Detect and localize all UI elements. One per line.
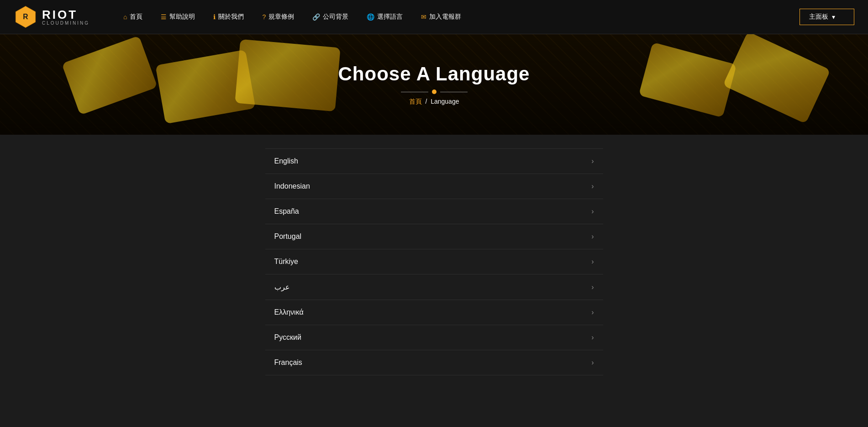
- nav-rules[interactable]: ? 規章條例: [253, 0, 303, 34]
- email-icon: ✉: [421, 13, 426, 21]
- brand-name: RIOT: [42, 9, 89, 21]
- divider-left: [401, 92, 428, 92]
- nav-language-label: 選擇語言: [377, 13, 403, 21]
- breadcrumb-home[interactable]: 首頁: [409, 98, 422, 105]
- nav-right: 主面板 ▾: [800, 9, 854, 25]
- about-icon: ℹ: [213, 13, 216, 21]
- nav-home[interactable]: ⌂ 首頁: [114, 0, 152, 34]
- language-label: English: [274, 157, 298, 165]
- nav-rules-label: 規章條例: [268, 13, 294, 21]
- nav-about[interactable]: ℹ 關於我們: [204, 0, 253, 34]
- language-label: Türkiye: [274, 258, 298, 266]
- language-label: Indonesian: [274, 182, 310, 190]
- logo[interactable]: R RIOT CLOUDMINING: [14, 5, 96, 29]
- language-item[interactable]: Portugal ›: [265, 224, 603, 249]
- nav-help-label: 幫助說明: [169, 13, 195, 21]
- home-icon: ⌂: [123, 13, 127, 21]
- nav-about-label: 關於我們: [218, 13, 244, 21]
- divider-right: [440, 92, 468, 92]
- language-label: Русский: [274, 333, 301, 342]
- hero-divider: [401, 90, 468, 94]
- chevron-right-icon: ›: [591, 283, 594, 291]
- svg-text:R: R: [23, 13, 28, 21]
- chevron-right-icon: ›: [591, 207, 594, 216]
- nav-language[interactable]: 🌐 選擇語言: [358, 0, 412, 34]
- language-label: عرب: [274, 283, 290, 291]
- breadcrumb-separator: /: [425, 98, 427, 105]
- language-item[interactable]: عرب ›: [265, 274, 603, 300]
- breadcrumb: 首頁 / Language: [409, 98, 459, 106]
- nav-items: ⌂ 首頁 ☰ 幫助說明 ℹ 關於我們 ? 規章條例 🔗 公司背景 🌐 選擇語言 …: [114, 0, 800, 34]
- navbar: R RIOT CLOUDMINING ⌂ 首頁 ☰ 幫助說明 ℹ 關於我們 ? …: [0, 0, 868, 34]
- language-list: English › Indonesian › España › Portugal…: [265, 148, 603, 413]
- language-label: Français: [274, 358, 302, 367]
- chevron-right-icon: ›: [591, 358, 594, 367]
- nav-email[interactable]: ✉ 加入電報群: [412, 0, 470, 34]
- language-icon: 🌐: [367, 13, 374, 21]
- nav-help[interactable]: ☰ 幫助說明: [152, 0, 204, 34]
- language-item[interactable]: Русский ›: [265, 325, 603, 350]
- chevron-right-icon: ›: [591, 333, 594, 342]
- chevron-right-icon: ›: [591, 258, 594, 266]
- main-content: English › Indonesian › España › Portugal…: [0, 135, 868, 427]
- hero-content: Choose A Language 首頁 / Language: [0, 34, 868, 135]
- chevron-right-icon: ›: [591, 308, 594, 316]
- logo-icon: R: [14, 5, 37, 29]
- chevron-right-icon: ›: [591, 232, 594, 241]
- nav-email-label: 加入電報群: [429, 13, 461, 21]
- nav-company[interactable]: 🔗 公司背景: [303, 0, 358, 34]
- language-item[interactable]: Français ›: [265, 350, 603, 375]
- rules-icon: ?: [262, 13, 266, 21]
- breadcrumb-current: Language: [431, 98, 459, 105]
- language-item[interactable]: Ελληνικά ›: [265, 300, 603, 325]
- language-item[interactable]: Indonesian ›: [265, 174, 603, 199]
- nav-home-label: 首頁: [130, 13, 142, 21]
- dashboard-button[interactable]: 主面板 ▾: [800, 9, 854, 25]
- help-icon: ☰: [161, 13, 167, 21]
- language-label: España: [274, 207, 299, 216]
- company-icon: 🔗: [312, 13, 320, 21]
- chevron-right-icon: ›: [591, 182, 594, 190]
- language-item[interactable]: English ›: [265, 148, 603, 174]
- nav-company-label: 公司背景: [323, 13, 348, 21]
- chevron-right-icon: ›: [591, 157, 594, 165]
- language-label: Portugal: [274, 232, 302, 241]
- dashboard-label: 主面板: [809, 13, 828, 21]
- brand-sub: CLOUDMINING: [42, 21, 89, 26]
- language-item[interactable]: España ›: [265, 199, 603, 224]
- dropdown-arrow-icon: ▾: [832, 13, 835, 21]
- logo-text: RIOT CLOUDMINING: [42, 9, 89, 26]
- divider-dot: [432, 90, 437, 94]
- hero-banner: Choose A Language 首頁 / Language: [0, 34, 868, 135]
- language-label: Ελληνικά: [274, 308, 304, 316]
- hero-title: Choose A Language: [338, 63, 530, 85]
- language-item[interactable]: Türkiye ›: [265, 249, 603, 274]
